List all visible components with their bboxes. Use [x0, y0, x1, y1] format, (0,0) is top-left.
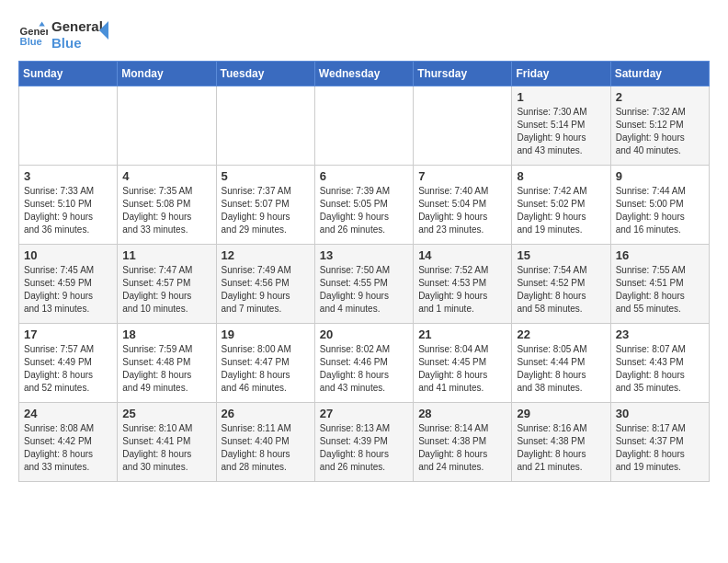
calendar-week-row: 17Sunrise: 7:57 AM Sunset: 4:49 PM Dayli… — [19, 324, 710, 403]
day-number: 9 — [616, 169, 704, 183]
calendar-cell — [19, 86, 118, 166]
day-info: Sunrise: 7:57 AM Sunset: 4:49 PM Dayligh… — [24, 343, 112, 395]
calendar-cell: 4Sunrise: 7:35 AM Sunset: 5:08 PM Daylig… — [118, 166, 216, 245]
day-number: 29 — [517, 407, 605, 420]
day-info: Sunrise: 8:10 AM Sunset: 4:41 PM Dayligh… — [122, 422, 210, 474]
logo: General Blue General Blue — [18, 18, 118, 52]
calendar-cell: 29Sunrise: 8:16 AM Sunset: 4:38 PM Dayli… — [512, 403, 610, 482]
day-number: 2 — [616, 90, 704, 104]
day-number: 20 — [320, 327, 408, 341]
day-number: 25 — [122, 407, 210, 420]
day-header-monday: Monday — [118, 62, 216, 86]
calendar-cell: 26Sunrise: 8:11 AM Sunset: 4:40 PM Dayli… — [216, 403, 314, 482]
day-info: Sunrise: 8:13 AM Sunset: 4:39 PM Dayligh… — [320, 422, 408, 474]
day-number: 12 — [222, 248, 310, 262]
svg-text:General: General — [20, 26, 48, 37]
calendar-cell — [414, 86, 512, 166]
day-info: Sunrise: 7:40 AM Sunset: 5:04 PM Dayligh… — [418, 185, 506, 236]
day-number: 26 — [222, 407, 310, 420]
calendar-week-row: 3Sunrise: 7:33 AM Sunset: 5:10 PM Daylig… — [19, 166, 710, 245]
day-info: Sunrise: 7:45 AM Sunset: 4:59 PM Dayligh… — [24, 264, 112, 316]
day-number: 19 — [222, 327, 310, 341]
day-info: Sunrise: 8:05 AM Sunset: 4:44 PM Dayligh… — [517, 343, 605, 395]
day-info: Sunrise: 8:02 AM Sunset: 4:46 PM Dayligh… — [320, 343, 408, 395]
calendar-week-row: 24Sunrise: 8:08 AM Sunset: 4:42 PM Dayli… — [19, 403, 710, 482]
day-info: Sunrise: 8:04 AM Sunset: 4:45 PM Dayligh… — [418, 343, 506, 395]
svg-text:Blue: Blue — [20, 36, 42, 47]
day-number: 15 — [517, 248, 605, 262]
day-info: Sunrise: 8:07 AM Sunset: 4:43 PM Dayligh… — [616, 343, 704, 395]
day-number: 4 — [122, 169, 210, 183]
day-number: 7 — [418, 169, 506, 183]
day-info: Sunrise: 7:35 AM Sunset: 5:08 PM Dayligh… — [122, 185, 210, 236]
calendar-cell: 28Sunrise: 8:14 AM Sunset: 4:38 PM Dayli… — [414, 403, 512, 482]
day-number: 8 — [517, 169, 605, 183]
day-number: 16 — [616, 248, 704, 262]
day-number: 3 — [24, 169, 112, 183]
day-number: 13 — [320, 248, 408, 262]
day-number: 17 — [24, 327, 112, 341]
day-number: 23 — [616, 327, 704, 341]
day-number: 18 — [122, 327, 210, 341]
day-info: Sunrise: 7:50 AM Sunset: 4:55 PM Dayligh… — [320, 264, 408, 316]
day-info: Sunrise: 8:17 AM Sunset: 4:37 PM Dayligh… — [616, 422, 704, 474]
day-number: 14 — [418, 248, 506, 262]
calendar-cell: 25Sunrise: 8:10 AM Sunset: 4:41 PM Dayli… — [118, 403, 216, 482]
calendar-cell — [314, 86, 413, 166]
calendar-cell: 6Sunrise: 7:39 AM Sunset: 5:05 PM Daylig… — [314, 166, 413, 245]
day-info: Sunrise: 7:32 AM Sunset: 5:12 PM Dayligh… — [616, 106, 704, 157]
day-header-saturday: Saturday — [610, 62, 709, 86]
day-info: Sunrise: 7:37 AM Sunset: 5:07 PM Dayligh… — [222, 185, 310, 236]
day-info: Sunrise: 8:14 AM Sunset: 4:38 PM Dayligh… — [418, 422, 506, 474]
calendar-cell: 23Sunrise: 8:07 AM Sunset: 4:43 PM Dayli… — [610, 324, 709, 403]
day-number: 1 — [517, 90, 605, 104]
calendar-cell: 1Sunrise: 7:30 AM Sunset: 5:14 PM Daylig… — [512, 86, 610, 166]
day-number: 6 — [320, 169, 408, 183]
calendar-cell: 12Sunrise: 7:49 AM Sunset: 4:56 PM Dayli… — [216, 245, 314, 324]
day-info: Sunrise: 7:39 AM Sunset: 5:05 PM Dayligh… — [320, 185, 408, 236]
calendar-cell: 10Sunrise: 7:45 AM Sunset: 4:59 PM Dayli… — [19, 245, 118, 324]
calendar-cell: 17Sunrise: 7:57 AM Sunset: 4:49 PM Dayli… — [19, 324, 118, 403]
calendar-cell: 22Sunrise: 8:05 AM Sunset: 4:44 PM Dayli… — [512, 324, 610, 403]
calendar-cell: 9Sunrise: 7:44 AM Sunset: 5:00 PM Daylig… — [610, 166, 709, 245]
day-number: 30 — [616, 407, 704, 420]
calendar-cell: 18Sunrise: 7:59 AM Sunset: 4:48 PM Dayli… — [118, 324, 216, 403]
calendar-cell: 8Sunrise: 7:42 AM Sunset: 5:02 PM Daylig… — [512, 166, 610, 245]
day-info: Sunrise: 8:08 AM Sunset: 4:42 PM Dayligh… — [24, 422, 112, 474]
logo-arrow-icon — [99, 21, 118, 40]
day-info: Sunrise: 7:59 AM Sunset: 4:48 PM Dayligh… — [122, 343, 210, 395]
svg-marker-3 — [99, 21, 108, 40]
calendar-table: SundayMondayTuesdayWednesdayThursdayFrid… — [18, 61, 710, 482]
day-info: Sunrise: 8:11 AM Sunset: 4:40 PM Dayligh… — [222, 422, 310, 474]
calendar-cell: 11Sunrise: 7:47 AM Sunset: 4:57 PM Dayli… — [118, 245, 216, 324]
calendar-cell: 24Sunrise: 8:08 AM Sunset: 4:42 PM Dayli… — [19, 403, 118, 482]
day-number: 21 — [418, 327, 506, 341]
day-info: Sunrise: 8:00 AM Sunset: 4:47 PM Dayligh… — [222, 343, 310, 395]
calendar-cell: 16Sunrise: 7:55 AM Sunset: 4:51 PM Dayli… — [610, 245, 709, 324]
day-number: 11 — [122, 248, 210, 262]
day-number: 27 — [320, 407, 408, 420]
calendar-cell: 20Sunrise: 8:02 AM Sunset: 4:46 PM Dayli… — [314, 324, 413, 403]
day-header-wednesday: Wednesday — [314, 62, 413, 86]
calendar-cell: 21Sunrise: 8:04 AM Sunset: 4:45 PM Dayli… — [414, 324, 512, 403]
day-info: Sunrise: 7:49 AM Sunset: 4:56 PM Dayligh… — [222, 264, 310, 316]
day-info: Sunrise: 7:47 AM Sunset: 4:57 PM Dayligh… — [122, 264, 210, 316]
calendar-week-row: 1Sunrise: 7:30 AM Sunset: 5:14 PM Daylig… — [19, 86, 710, 166]
calendar-cell — [118, 86, 216, 166]
calendar-cell: 30Sunrise: 8:17 AM Sunset: 4:37 PM Dayli… — [610, 403, 709, 482]
calendar-cell: 5Sunrise: 7:37 AM Sunset: 5:07 PM Daylig… — [216, 166, 314, 245]
day-info: Sunrise: 7:42 AM Sunset: 5:02 PM Dayligh… — [517, 185, 605, 236]
day-info: Sunrise: 7:30 AM Sunset: 5:14 PM Dayligh… — [517, 106, 605, 157]
day-header-friday: Friday — [512, 62, 610, 86]
calendar-cell: 2Sunrise: 7:32 AM Sunset: 5:12 PM Daylig… — [610, 86, 709, 166]
day-number: 10 — [24, 248, 112, 262]
day-info: Sunrise: 7:52 AM Sunset: 4:53 PM Dayligh… — [418, 264, 506, 316]
day-number: 28 — [418, 407, 506, 420]
calendar-cell — [216, 86, 314, 166]
day-number: 5 — [222, 169, 310, 183]
calendar-week-row: 10Sunrise: 7:45 AM Sunset: 4:59 PM Dayli… — [19, 245, 710, 324]
svg-marker-2 — [39, 22, 44, 27]
calendar-cell: 3Sunrise: 7:33 AM Sunset: 5:10 PM Daylig… — [19, 166, 118, 245]
day-info: Sunrise: 7:33 AM Sunset: 5:10 PM Dayligh… — [24, 185, 112, 236]
calendar-cell: 13Sunrise: 7:50 AM Sunset: 4:55 PM Dayli… — [314, 245, 413, 324]
